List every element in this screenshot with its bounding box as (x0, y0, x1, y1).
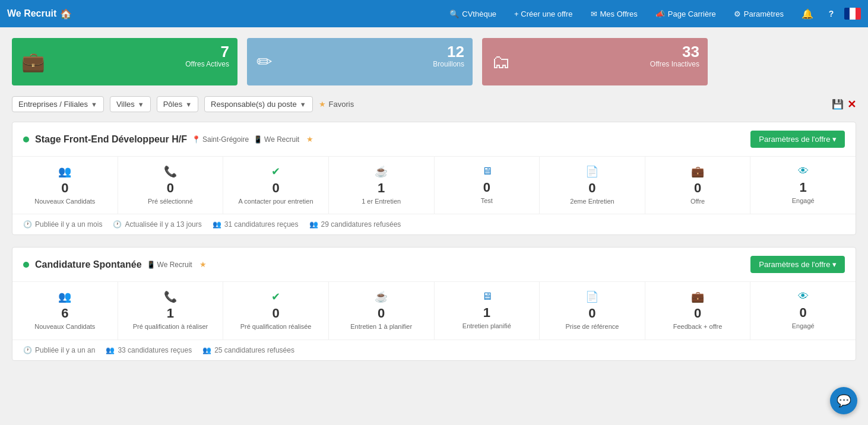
metrics-row: 👥 0 Nouveaux Candidats 📞 0 Pré sélection… (12, 157, 856, 214)
metric-number: 0 (18, 182, 112, 195)
nav-page-carriere[interactable]: 📣 Page Carrière (647, 5, 724, 23)
metric-icon: ✔ (229, 165, 322, 178)
notifications-button[interactable]: 🔔 (797, 3, 818, 24)
status-dot (23, 137, 29, 142)
metric-number: 0 (124, 182, 217, 195)
metric-number: 0 (651, 307, 745, 320)
nav-parametres[interactable]: ⚙ Paramètres (726, 5, 792, 23)
parametres-offre-button[interactable]: Paramètres de l'offre ▾ (750, 131, 845, 148)
footer-icon: 🕐 (23, 346, 32, 354)
metric-number: 0 (441, 181, 534, 194)
metric-cell[interactable]: 🖥 0 Test (435, 157, 540, 214)
parametres-offre-button[interactable]: Paramètres de l'offre ▾ (750, 256, 845, 273)
metric-cell[interactable]: 📞 1 Pré qualification à réaliser (118, 282, 224, 339)
favorite-star-icon[interactable]: ★ (306, 135, 313, 144)
chevron-down-icon: ▼ (138, 101, 144, 108)
phone-icon: 📱 (147, 261, 156, 269)
home-icon[interactable]: 🏠 (60, 8, 72, 20)
metric-cell[interactable]: 📄 0 Prise de référence (540, 282, 645, 339)
filter-entreprises[interactable]: Entreprises / Filiales ▼ (12, 96, 104, 112)
metric-label: Feedback + offre (651, 322, 745, 331)
metric-label: Test (441, 196, 534, 205)
metric-number: 0 (546, 182, 639, 195)
archive-icon: 🗂 (492, 51, 511, 73)
stat-brouillons-number: 12 (433, 44, 464, 59)
metric-label: 1 er Entretien (335, 197, 428, 205)
job-company: 📱We Recruit (147, 261, 192, 269)
stat-inactives-number: 33 (650, 44, 699, 59)
filters-bar: Entreprises / Filiales ▼ Villes ▼ Pôles … (12, 96, 856, 112)
language-flag[interactable] (844, 8, 861, 20)
metric-icon: 📞 (124, 165, 217, 178)
nav-mes-offres[interactable]: ✉ Mes Offres (582, 5, 646, 23)
metric-cell[interactable]: 👥 6 Nouveaux Candidats (12, 282, 118, 339)
metric-label: Pré sélectionné (124, 197, 217, 205)
metric-number: 0 (229, 307, 322, 320)
footer-item: 👥 25 candidatures refusées (202, 346, 294, 354)
star-icon: ★ (319, 100, 326, 109)
job-cards-container: Stage Front-End Développeur H/F 📍Saint-G… (12, 122, 856, 361)
flag-red (856, 8, 861, 20)
chevron-down-icon: ▼ (300, 101, 306, 108)
stat-inactives-content: 33 Offres Inactives (650, 44, 699, 68)
footer-text: 33 candidatures reçues (118, 346, 192, 354)
metric-label: Engagé (756, 322, 850, 330)
metric-cell[interactable]: ✔ 0 Pré qualification réalisée (223, 282, 329, 339)
metric-cell[interactable]: ☕ 1 1 er Entretien (329, 157, 435, 214)
metric-label: Entretien planifié (441, 322, 534, 330)
stat-card-brouillons[interactable]: ✏ 12 Brouillons (247, 38, 473, 85)
metric-cell[interactable]: ✔ 0 A contacter pour entretien (223, 157, 329, 214)
filter-villes[interactable]: Villes ▼ (110, 96, 151, 112)
favorite-star-icon[interactable]: ★ (199, 260, 207, 269)
search-icon: 🔍 (449, 9, 459, 18)
stat-card-actives[interactable]: 💼 7 Offres Actives (12, 38, 237, 85)
help-button[interactable]: ? (821, 3, 842, 24)
metric-label: Prise de référence (546, 322, 639, 331)
main-content: 💼 7 Offres Actives ✏ 12 Brouillons 🗂 33 … (0, 27, 868, 383)
close-filter-icon[interactable]: ✕ (847, 98, 856, 111)
footer-icon: 👥 (106, 346, 115, 354)
stat-actives-label: Offres Actives (185, 60, 229, 68)
mail-icon: ✉ (591, 9, 597, 18)
metric-label: Pré qualification à réaliser (124, 322, 217, 331)
footer-text: 31 candidatures reçues (224, 220, 299, 229)
footer-text: 29 candidatures refusées (321, 220, 401, 229)
footer-icon: 👥 (309, 220, 318, 229)
metric-label: Entretien 1 à planifier (335, 322, 428, 331)
metric-label: Nouveaux Candidats (18, 197, 112, 205)
metric-icon: 📞 (124, 290, 217, 303)
metric-icon: 👁 (756, 290, 850, 303)
navbar-right: 🔔 ? (797, 3, 861, 24)
nav-cvtheque[interactable]: 🔍 CVthèque (441, 5, 505, 23)
metric-cell[interactable]: 📄 0 2eme Entretien (540, 157, 645, 214)
stat-card-inactives[interactable]: 🗂 33 Offres Inactives (482, 38, 708, 85)
chevron-down-icon: ▼ (185, 101, 192, 108)
metric-cell[interactable]: 🖥 1 Entretien planifié (435, 282, 540, 339)
save-filter-icon[interactable]: 💾 (832, 99, 844, 110)
filter-poles[interactable]: Pôles ▼ (157, 96, 198, 112)
metric-label: Engagé (756, 196, 850, 205)
filter-responsable[interactable]: Responsable(s) du poste ▼ (204, 96, 312, 112)
footer-item: 👥 29 candidatures refusées (309, 220, 401, 229)
metric-cell[interactable]: 💼 0 Offre (645, 157, 751, 214)
metric-icon: 🖥 (441, 290, 534, 303)
metric-cell[interactable]: 👥 0 Nouveaux Candidats (12, 157, 118, 214)
filter-favoris[interactable]: ★ Favoris (319, 100, 354, 109)
gear-icon: ⚙ (734, 9, 741, 18)
metric-cell[interactable]: 👁 0 Engagé (750, 282, 856, 339)
metric-icon: ☕ (335, 165, 428, 178)
metric-icon: 📄 (546, 165, 639, 178)
metric-number: 0 (546, 307, 639, 320)
nav-menu: 🔍 CVthèque + Créer une offre ✉ Mes Offre… (441, 5, 792, 23)
metric-cell[interactable]: 📞 0 Pré sélectionné (118, 157, 224, 214)
job-header: Candidature Spontanée 📱We Recruit ★ Para… (12, 248, 856, 282)
metric-number: 6 (18, 307, 112, 320)
metric-cell[interactable]: ☕ 0 Entretien 1 à planifier (329, 282, 435, 339)
metric-cell[interactable]: 💼 0 Feedback + offre (645, 282, 751, 339)
footer-icon: 🕐 (23, 220, 32, 229)
metric-label: Pré qualification réalisée (229, 322, 322, 331)
nav-create-offer[interactable]: + Créer une offre (506, 5, 581, 23)
brand[interactable]: We Recruit 🏠 (7, 8, 72, 20)
stat-brouillons-content: 12 Brouillons (433, 44, 464, 68)
metric-cell[interactable]: 👁 1 Engagé (750, 157, 856, 214)
